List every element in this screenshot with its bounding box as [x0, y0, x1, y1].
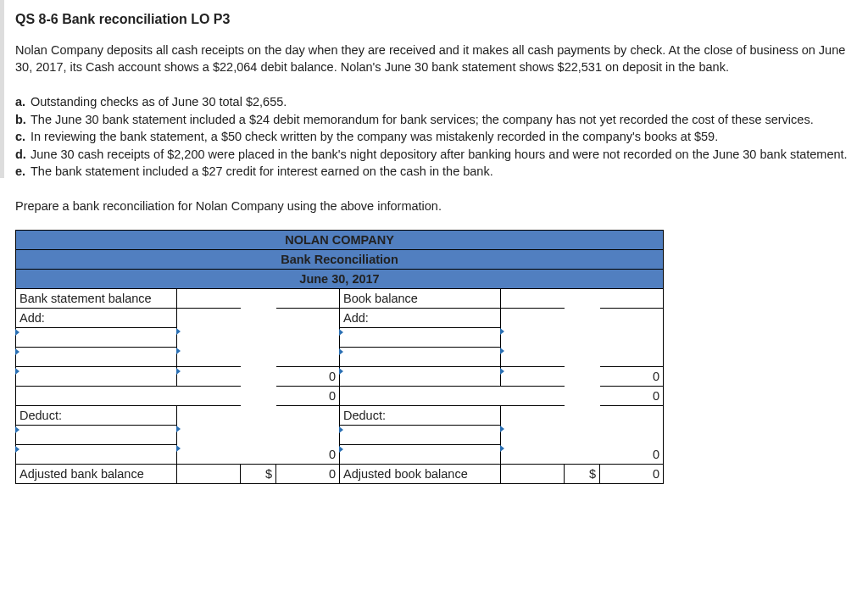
- dropdown-cell[interactable]: [177, 366, 241, 386]
- label-add: Add:: [340, 308, 501, 327]
- list-item: b. The June 30 bank statement included a…: [15, 112, 856, 129]
- table-row: 0 0: [16, 386, 664, 405]
- item-marker: b.: [15, 112, 31, 129]
- label-deduct: Deduct:: [340, 405, 501, 425]
- dollar-sign: $: [565, 464, 600, 483]
- input-cell[interactable]: [276, 308, 340, 327]
- table-row: 0 0: [16, 444, 664, 464]
- dropdown-cell[interactable]: [16, 425, 177, 444]
- dropdown-cell[interactable]: [16, 347, 177, 366]
- dollar-sign: $: [241, 464, 276, 483]
- page-title: QS 8-6 Bank reconciliation LO P3: [15, 12, 856, 27]
- label-deduct: Deduct:: [16, 405, 177, 425]
- table-row: 0 0: [16, 366, 664, 386]
- dropdown-cell[interactable]: [340, 327, 501, 347]
- input-cell[interactable]: [600, 425, 664, 444]
- item-marker: a.: [15, 94, 31, 111]
- calc-cell: 0: [276, 464, 340, 483]
- input-cell[interactable]: [600, 288, 664, 308]
- table-row: [16, 347, 664, 366]
- dropdown-cell[interactable]: [16, 444, 177, 464]
- input-cell[interactable]: [600, 308, 664, 327]
- list-item: d. June 30 cash receipts of $2,200 were …: [15, 147, 856, 164]
- item-text: Outstanding checks as of June 30 total $…: [31, 94, 856, 111]
- label-adj-book: Adjusted book balance: [340, 464, 501, 483]
- calc-cell: 0: [600, 366, 664, 386]
- dropdown-cell[interactable]: [16, 366, 177, 386]
- input-cell[interactable]: [600, 347, 664, 366]
- dropdown-cell[interactable]: [340, 444, 501, 464]
- input-cell[interactable]: [501, 405, 565, 425]
- input-cell[interactable]: [177, 288, 241, 308]
- item-list: a. Outstanding checks as of June 30 tota…: [15, 94, 856, 181]
- input-cell[interactable]: [600, 405, 664, 425]
- dropdown-cell[interactable]: [340, 425, 501, 444]
- dropdown-cell[interactable]: [501, 347, 565, 366]
- calc-cell: 0: [276, 444, 340, 464]
- table-row: [16, 327, 664, 347]
- list-item: c. In reviewing the bank statement, a $5…: [15, 129, 856, 146]
- item-marker: e.: [15, 164, 31, 181]
- label-add: Add:: [16, 308, 177, 327]
- input-cell[interactable]: [501, 308, 565, 327]
- item-marker: c.: [15, 129, 31, 146]
- input-cell[interactable]: [501, 464, 565, 483]
- input-cell[interactable]: [276, 425, 340, 444]
- table-row: Adjusted bank balance $ 0 Adjusted book …: [16, 464, 664, 483]
- item-text: In reviewing the bank statement, a $50 c…: [31, 129, 856, 146]
- input-cell[interactable]: [177, 405, 241, 425]
- list-item: e. The bank statement included a $27 cre…: [15, 164, 856, 181]
- dropdown-cell[interactable]: [501, 444, 565, 464]
- calc-cell: 0: [600, 386, 664, 405]
- label-book-bal: Book balance: [340, 288, 501, 308]
- dropdown-cell[interactable]: [177, 327, 241, 347]
- table-title: Bank Reconciliation: [16, 249, 664, 269]
- input-cell[interactable]: [600, 327, 664, 347]
- dropdown-cell[interactable]: [340, 347, 501, 366]
- label-adj-bank: Adjusted bank balance: [16, 464, 177, 483]
- intro-paragraph: Nolan Company deposits all cash receipts…: [15, 42, 856, 75]
- item-marker: d.: [15, 147, 31, 164]
- table-row: [16, 425, 664, 444]
- list-item: a. Outstanding checks as of June 30 tota…: [15, 94, 856, 111]
- calc-cell: 0: [600, 464, 664, 483]
- dropdown-cell[interactable]: [177, 444, 241, 464]
- table-row: Add: Add:: [16, 308, 664, 327]
- input-cell[interactable]: [276, 327, 340, 347]
- dropdown-cell[interactable]: [16, 327, 177, 347]
- calc-cell: 0: [600, 444, 664, 464]
- item-text: June 30 cash receipts of $2,200 were pla…: [31, 147, 856, 164]
- input-cell[interactable]: [276, 288, 340, 308]
- dropdown-cell[interactable]: [340, 366, 501, 386]
- input-cell[interactable]: [177, 308, 241, 327]
- calc-cell: 0: [276, 366, 340, 386]
- item-text: The June 30 bank statement included a $2…: [31, 112, 856, 129]
- dropdown-cell[interactable]: [501, 327, 565, 347]
- instruction-text: Prepare a bank reconciliation for Nolan …: [15, 199, 856, 213]
- dropdown-cell[interactable]: [177, 425, 241, 444]
- label-bank-stmt: Bank statement balance: [16, 288, 177, 308]
- input-cell[interactable]: [276, 347, 340, 366]
- table-company: NOLAN COMPANY: [16, 230, 664, 249]
- table-row: Deduct: Deduct:: [16, 405, 664, 425]
- input-cell[interactable]: [177, 464, 241, 483]
- table-row: Bank statement balance Book balance: [16, 288, 664, 308]
- dropdown-cell[interactable]: [177, 347, 241, 366]
- input-cell[interactable]: [501, 288, 565, 308]
- calc-cell: 0: [276, 386, 340, 405]
- item-text: The bank statement included a $27 credit…: [31, 164, 856, 181]
- dropdown-cell[interactable]: [501, 366, 565, 386]
- input-cell[interactable]: [276, 405, 340, 425]
- reconciliation-table: NOLAN COMPANY Bank Reconciliation June 3…: [15, 230, 664, 484]
- table-date: June 30, 2017: [16, 269, 664, 288]
- dropdown-cell[interactable]: [501, 425, 565, 444]
